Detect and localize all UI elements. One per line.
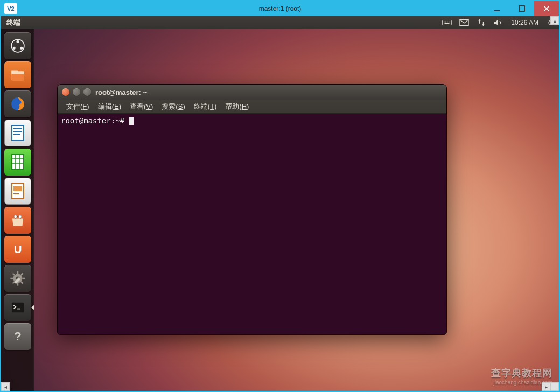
vnc-title: master:1 (root) xyxy=(259,5,302,12)
svg-rect-4 xyxy=(445,22,446,23)
svg-rect-5 xyxy=(447,22,448,23)
mail-icon[interactable] xyxy=(459,19,469,26)
launcher-ubuntu-one[interactable]: U xyxy=(4,236,31,263)
launcher-writer[interactable] xyxy=(4,120,31,146)
vnc-window-controls xyxy=(485,1,559,16)
menu-view[interactable]: 查看(V) xyxy=(125,101,157,113)
launcher-system-settings[interactable] xyxy=(4,265,31,292)
svg-rect-7 xyxy=(445,23,450,24)
launcher-active-indicator-icon xyxy=(31,305,34,310)
svg-point-31 xyxy=(14,215,17,218)
svg-line-40 xyxy=(12,274,14,275)
terminal-window-controls xyxy=(62,88,91,96)
network-icon[interactable] xyxy=(477,19,486,26)
launcher-dash-home[interactable] xyxy=(4,32,31,59)
svg-rect-19 xyxy=(12,125,24,141)
svg-rect-44 xyxy=(11,303,23,313)
vnc-logo-icon: V2 xyxy=(4,3,17,14)
svg-rect-16 xyxy=(11,71,18,73)
svg-rect-21 xyxy=(13,131,22,132)
scrollbar-up-button[interactable]: ▴ xyxy=(550,16,559,25)
maximize-button[interactable] xyxy=(509,1,534,16)
svg-rect-3 xyxy=(444,22,445,23)
menu-search[interactable]: 搜索(S) xyxy=(157,101,189,113)
close-button[interactable] xyxy=(534,1,559,16)
svg-text:?: ? xyxy=(14,330,22,343)
terminal-body[interactable]: root@master:~# xyxy=(58,114,446,334)
svg-rect-1 xyxy=(519,6,524,11)
svg-point-14 xyxy=(20,47,23,50)
clock[interactable]: 10:26 AM xyxy=(511,19,538,26)
svg-rect-6 xyxy=(449,22,450,23)
svg-rect-0 xyxy=(494,10,500,11)
keyboard-icon[interactable] xyxy=(442,19,452,26)
svg-rect-22 xyxy=(13,134,20,135)
terminal-maximize-button[interactable] xyxy=(83,88,91,96)
menu-terminal[interactable]: 终端(T) xyxy=(190,101,221,113)
terminal-prompt-line: root@master:~# xyxy=(61,116,443,125)
launcher-firefox[interactable] xyxy=(4,90,31,117)
launcher-calc[interactable] xyxy=(4,149,31,176)
svg-line-42 xyxy=(20,274,22,275)
desktop-area: U ? xyxy=(1,29,559,391)
svg-rect-30 xyxy=(13,193,19,194)
menu-help[interactable]: 帮助(H) xyxy=(221,101,253,113)
menu-file[interactable]: 文件(F) xyxy=(62,101,94,113)
unity-launcher: U ? xyxy=(1,29,34,391)
launcher-terminal[interactable] xyxy=(4,294,31,321)
svg-rect-17 xyxy=(11,74,24,80)
svg-rect-23 xyxy=(12,155,24,170)
svg-text:U: U xyxy=(13,243,22,255)
vnc-titlebar[interactable]: V2 master:1 (root) xyxy=(1,1,559,16)
vnc-window: V2 master:1 (root) 终端 10:26 AM xyxy=(0,0,560,392)
panel-active-app: 终端 xyxy=(6,18,20,27)
launcher-software-center[interactable] xyxy=(4,207,31,234)
terminal-prompt: root@master:~# xyxy=(61,116,129,125)
cursor-icon xyxy=(129,117,134,125)
menu-edit[interactable]: 编辑(E) xyxy=(94,101,125,113)
ubuntu-desktop: 终端 10:26 AM xyxy=(1,16,559,391)
launcher-impress[interactable] xyxy=(4,178,31,205)
svg-line-41 xyxy=(20,282,22,283)
minimize-button[interactable] xyxy=(485,1,509,16)
sound-icon[interactable] xyxy=(494,19,503,26)
svg-rect-29 xyxy=(13,186,22,191)
svg-rect-20 xyxy=(13,128,22,129)
svg-point-12 xyxy=(16,40,19,43)
svg-point-32 xyxy=(18,215,21,218)
ubuntu-top-panel[interactable]: 终端 10:26 AM xyxy=(1,16,559,29)
scrollbar-right-button[interactable]: ▸ xyxy=(542,382,550,391)
launcher-help[interactable]: ? xyxy=(4,323,31,350)
terminal-window-title: root@master: ~ xyxy=(95,88,147,96)
svg-rect-2 xyxy=(443,20,452,25)
terminal-menubar: 文件(F) 编辑(E) 查看(V) 搜索(S) 终端(T) 帮助(H) xyxy=(58,100,446,114)
panel-indicators: 10:26 AM xyxy=(442,19,556,26)
svg-point-13 xyxy=(12,47,15,50)
launcher-files[interactable] xyxy=(4,61,31,88)
watermark-line1: 查字典教程网 xyxy=(491,367,552,380)
terminal-close-button[interactable] xyxy=(62,88,69,96)
terminal-minimize-button[interactable] xyxy=(73,88,80,96)
scrollbar-left-button[interactable]: ◂ xyxy=(1,382,10,391)
terminal-titlebar[interactable]: root@master: ~ xyxy=(58,85,446,100)
vnc-viewport: 终端 10:26 AM xyxy=(1,16,559,391)
terminal-window[interactable]: root@master: ~ 文件(F) 编辑(E) 查看(V) 搜索(S) 终… xyxy=(57,84,447,335)
scrollbar-corner xyxy=(550,382,559,391)
